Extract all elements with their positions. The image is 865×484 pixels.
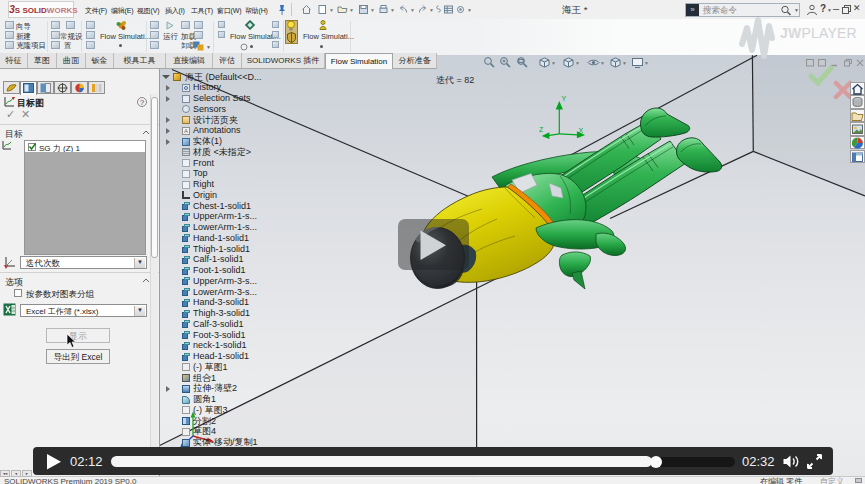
svg-text:JWPLAYER: JWPLAYER	[780, 25, 857, 41]
